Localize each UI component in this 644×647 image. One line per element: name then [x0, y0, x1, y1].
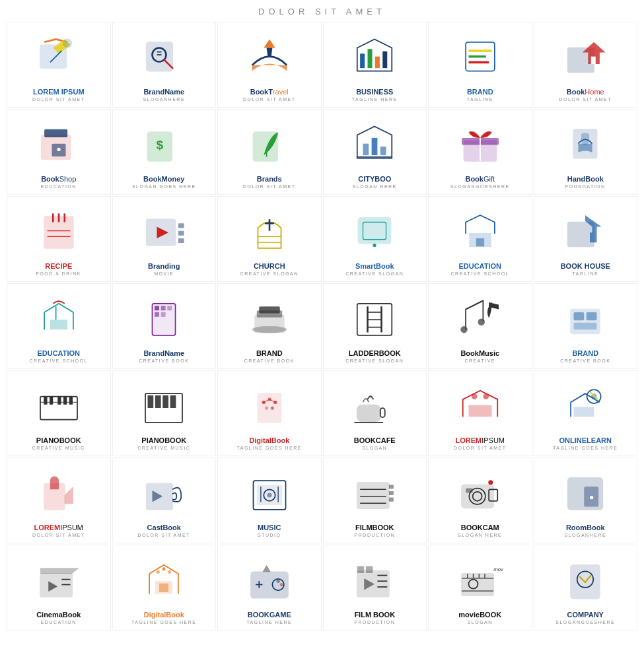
svg-rect-87 — [155, 395, 161, 408]
logo-icon-brand-name-2 — [116, 288, 213, 348]
logo-cell-smart-book: SmartBook CREATIVE SLOGAN — [323, 196, 427, 282]
svg-rect-99 — [380, 408, 385, 417]
logo-icon-movie-book: movie — [431, 549, 529, 609]
logo-icon-church — [221, 201, 318, 261]
svg-point-72 — [460, 326, 468, 333]
logo-name-church: CHURCH — [254, 262, 285, 271]
logo-icon-digital-book-1 — [221, 375, 318, 435]
logo-slogan-book-cafe: SLOGAN — [362, 446, 387, 450]
svg-point-102 — [483, 393, 489, 399]
svg-rect-86 — [148, 395, 154, 408]
logo-cell-brand-2: BRAND CREATIVE BOOK — [217, 283, 322, 369]
svg-rect-88 — [163, 395, 169, 408]
logo-slogan-handbook: FOUNDATION — [565, 184, 606, 189]
logo-slogan-brand-2: CREATIVE BOOK — [244, 358, 295, 363]
logo-icon-book-game — [221, 549, 318, 609]
logo-slogan-book-home: DOLOR SIT AMET — [559, 97, 612, 102]
svg-rect-63 — [255, 315, 284, 332]
logo-slogan-brand-name-2: CREATIVE BOOK — [139, 358, 189, 363]
logo-cell-brand-3: BRAND CREATIVE BOOK — [534, 283, 638, 369]
logo-cell-city-boo: CITYBOO SLOGAN HERE — [323, 109, 427, 195]
logo-slogan-lorem-ipsum-3: DOLOR SIT AMET — [32, 533, 85, 537]
logo-icon-piano-book-2 — [116, 375, 213, 435]
svg-rect-98 — [357, 405, 380, 421]
svg-point-136 — [168, 570, 171, 573]
logo-icon-brand-name-1 — [116, 26, 213, 86]
svg-rect-150 — [366, 566, 373, 573]
logo-name-book-cam: BOOKCAM — [461, 524, 499, 532]
logo-name-brand-2: BRAND — [256, 349, 283, 358]
svg-point-94 — [265, 406, 268, 409]
logo-slogan-brand-3: CREATIVE BOOK — [560, 358, 610, 363]
logo-slogan-business: TAGLINE HERE — [352, 97, 398, 102]
svg-rect-65 — [259, 306, 280, 314]
logo-cell-book-gift: BookGift slogangoeshere — [428, 109, 532, 195]
logo-icon-piano-book-1 — [10, 375, 108, 435]
svg-rect-76 — [587, 312, 597, 320]
logo-cell-cinema-book: CinemaBook EDUCATION — [7, 545, 111, 630]
logo-cell-lorem-ipsum: LOREM IPSUM DOLOR SIT AMET — [7, 22, 111, 108]
logo-slogan-cinema-book: EDUCATION — [41, 620, 77, 625]
logo-cell-music-studio: MUSIC STUDIO — [217, 458, 322, 543]
logo-cell-brand-name-2: BrandName CREATIVE BOOK — [112, 283, 217, 369]
logo-cell-cast-book: CastBook DOLOR SIT AMET — [112, 458, 217, 543]
logo-slogan-branding: MOVIE — [154, 271, 174, 276]
logo-icon-music-studio — [221, 462, 318, 522]
svg-point-111 — [267, 493, 271, 497]
svg-rect-60 — [155, 312, 159, 317]
logo-icon-cast-book — [116, 462, 213, 522]
svg-rect-8 — [368, 49, 373, 68]
logo-name-handbook: HandBook — [567, 175, 604, 184]
logo-cell-book-music: BookMusic CREATIVE — [428, 283, 532, 369]
logo-slogan-film-book-1: PRODUCTION — [354, 533, 395, 537]
logo-name-book-home: BookHome — [567, 88, 604, 96]
logo-slogan-ladder-book: CREATIVE SLOGAN — [345, 358, 404, 363]
svg-rect-115 — [389, 485, 394, 489]
logo-name-piano-book-2: PIANOBOOK — [141, 436, 186, 445]
logo-slogan-lorem-ipsum-2: DOLOR SIT AMET — [454, 446, 507, 450]
svg-point-134 — [157, 570, 160, 573]
logo-icon-ladder-book — [326, 288, 424, 348]
logo-icon-brand-2 — [221, 288, 318, 348]
logo-slogan-city-boo: SLOGAN HERE — [353, 184, 397, 189]
logo-icon-brand-1 — [431, 26, 529, 86]
logo-icon-bookshop — [10, 114, 108, 174]
logo-name-company: COMPANY — [567, 611, 604, 619]
logo-slogan-room-book: SLOGANHERE — [564, 533, 606, 537]
logo-slogan-piano-book-1: CREATIVE MUSIC — [32, 446, 85, 450]
svg-rect-59 — [168, 306, 172, 310]
logo-name-smart-book: SmartBook — [355, 262, 394, 271]
logo-cell-brand-name-1: BrandName SLOGANHERE — [112, 22, 217, 108]
logo-name-brand-1: BRAND — [467, 88, 493, 96]
logo-cell-lorem-ipsum-2: LOREMIPSUM DOLOR SIT AMET — [428, 370, 532, 456]
logo-cell-film-book-1: FILMBOOK PRODUCTION — [323, 458, 427, 543]
logo-slogan-book-music: CREATIVE — [465, 358, 496, 363]
logo-cell-branding: Branding MOVIE — [112, 196, 217, 282]
logo-icon-film-book-1 — [326, 462, 424, 522]
svg-rect-52 — [476, 238, 484, 246]
logo-name-bookshop: BookShop — [41, 175, 76, 184]
logo-slogan-book-gift: slogangoeshere — [450, 184, 510, 189]
logo-icon-book-money: $ — [116, 114, 213, 174]
logo-slogan-piano-book-2: CREATIVE MUSIC — [137, 446, 190, 450]
svg-point-20 — [57, 148, 60, 151]
svg-point-101 — [472, 393, 478, 399]
logo-slogan-book-cam: SLOGAN HERE — [458, 533, 502, 537]
logo-cell-book-home: BookHome DOLOR SIT AMET — [534, 22, 638, 108]
logo-icon-book-music — [431, 288, 529, 348]
svg-rect-137 — [159, 584, 168, 592]
logo-slogan-smart-book: CREATIVE SLOGAN — [345, 271, 404, 276]
logo-name-digital-book-1: DigitalBook — [249, 436, 289, 445]
logo-name-brand-name-1: BrandName — [143, 88, 184, 96]
logo-name-digital-book-2: DigitalBook — [144, 611, 184, 619]
logo-cell-lorem-ipsum-3: LOREMIPSUM DOLOR SIT AMET — [7, 458, 111, 543]
svg-rect-89 — [170, 395, 176, 408]
logo-slogan-recipe: FOOD & DRINK — [36, 271, 81, 276]
svg-point-50 — [373, 244, 376, 247]
svg-rect-26 — [372, 138, 378, 155]
svg-rect-27 — [380, 147, 386, 155]
logo-slogan-lorem-ipsum: DOLOR SIT AMET — [32, 97, 85, 102]
logo-cell-handbook: HandBook FOUNDATION — [534, 109, 638, 195]
logo-icon-film-book-2 — [326, 549, 424, 609]
logo-name-piano-book-1: PIANOBOOK — [36, 436, 81, 445]
